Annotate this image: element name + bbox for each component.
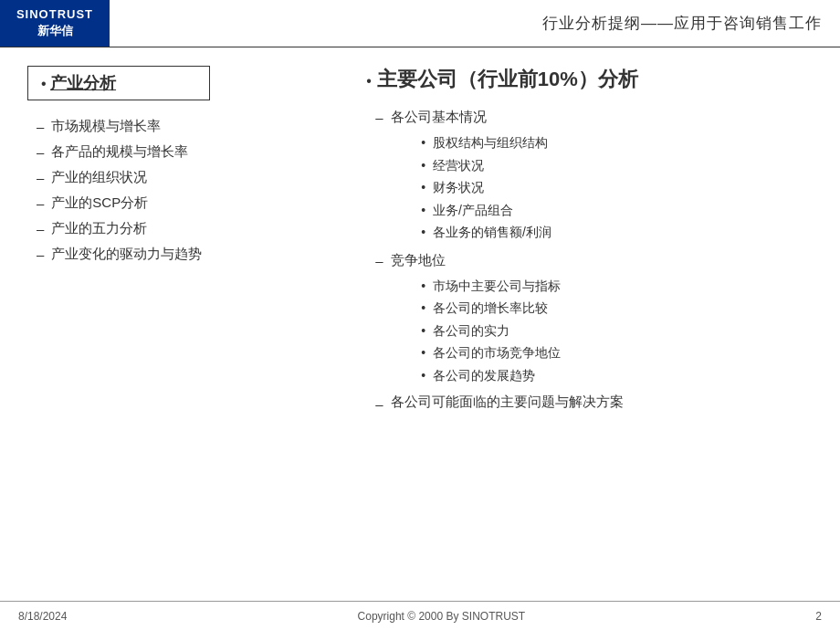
bullet-dot-icon: • (421, 364, 425, 387)
bullet-dot-icon: • (421, 199, 425, 222)
bullet-dot-icon: • (421, 341, 425, 364)
bullet-dot-icon: • (421, 320, 425, 342)
dash-icon: – (37, 165, 44, 190)
dash-icon: – (37, 114, 44, 139)
left-column: • 产业分析 –市场规模与增长率 –各产品的规模与增长率 –产业的组织状况 –产… (27, 66, 357, 577)
list-item: –产业的组织状况 (37, 164, 339, 190)
right-bullet-list-1: •市场中主要公司与指标 •各公司的增长率比较 •各公司的实力 •各公司的市场竞争… (421, 275, 813, 387)
list-item: •财务状况 (421, 176, 813, 199)
right-group-label-1: – 竞争地位 (375, 247, 813, 273)
main-content: • 产业分析 –市场规模与增长率 –各产品的规模与增长率 –产业的组织状况 –产… (0, 47, 840, 586)
list-item: •经营状况 (421, 154, 813, 177)
left-section-title: 产业分析 (50, 74, 116, 92)
right-group-0: – 各公司基本情况 •股权结构与组织结构 •经营状况 •财务状况 •业务/产品组… (375, 104, 813, 244)
right-group-text-1: 竞争地位 (391, 247, 446, 272)
logo-box: SINOTRUST 新华信 (0, 0, 110, 47)
footer-date: 8/18/2024 (18, 610, 67, 623)
dash-icon: – (375, 248, 383, 273)
list-item-text: 各产品的规模与增长率 (51, 139, 188, 163)
list-item-text: 产业的五力分析 (51, 215, 147, 240)
list-item-text: 产业的组织状况 (51, 164, 147, 189)
right-section-title: 主要公司（行业前10%）分析 (377, 66, 638, 93)
left-bullet: • (41, 76, 50, 91)
right-group-1: – 竞争地位 •市场中主要公司与指标 •各公司的增长率比较 •各公司的实力 •各… (375, 247, 813, 387)
dash-icon: – (37, 191, 44, 215)
right-column: • 主要公司（行业前10%）分析 – 各公司基本情况 •股权结构与组织结构 •经… (357, 66, 813, 577)
bullet-dot-icon: • (421, 221, 425, 244)
list-item: •各公司的实力 (421, 320, 813, 342)
right-bullet-list-0: •股权结构与组织结构 •经营状况 •财务状况 •业务/产品组合 •各业务的销售额… (421, 131, 813, 244)
footer-copyright: Copyright © 2000 By SINOTRUST (358, 610, 526, 623)
list-item-text: 产业变化的驱动力与趋势 (51, 241, 202, 266)
dash-icon: – (37, 242, 44, 267)
right-group-label-2: – 各公司可能面临的主要问题与解决方案 (375, 390, 813, 416)
dash-icon: – (375, 105, 383, 130)
right-group-text-2: 各公司可能面临的主要问题与解决方案 (391, 390, 624, 414)
dash-icon: – (375, 392, 383, 416)
bullet-dot-icon: • (421, 275, 425, 298)
header: SINOTRUST 新华信 行业分析提纲——应用于咨询销售工作 (0, 0, 840, 47)
bullet-dot-icon: • (421, 154, 425, 177)
right-bullet-main: • (366, 73, 372, 89)
list-item: •业务/产品组合 (421, 199, 813, 222)
header-title: 行业分析提纲——应用于咨询销售工作 (110, 0, 840, 47)
left-section-header-box: • 产业分析 (27, 66, 210, 100)
footer-page: 2 (815, 610, 822, 623)
list-item: •各业务的销售额/利润 (421, 221, 813, 244)
list-item-text: 产业的SCP分析 (51, 190, 148, 215)
list-item: –各产品的规模与增长率 (37, 139, 339, 164)
right-group-text-0: 各公司基本情况 (391, 104, 487, 129)
list-item: •股权结构与组织结构 (421, 131, 813, 154)
logo-zh: 新华信 (37, 23, 73, 39)
list-item: •各公司的发展趋势 (421, 364, 813, 387)
bullet-dot-icon: • (421, 176, 425, 199)
list-item: •市场中主要公司与指标 (421, 275, 813, 298)
bullet-dot-icon: • (421, 131, 425, 154)
right-group-2: – 各公司可能面临的主要问题与解决方案 (375, 390, 813, 416)
list-item-text: 市场规模与增长率 (51, 113, 161, 138)
right-group-label-0: – 各公司基本情况 (375, 104, 813, 130)
dash-icon: – (37, 140, 44, 164)
right-section-header: • 主要公司（行业前10%）分析 (366, 66, 813, 93)
left-sub-list: –市场规模与增长率 –各产品的规模与增长率 –产业的组织状况 –产业的SCP分析… (37, 113, 339, 267)
list-item: –产业的五力分析 (37, 215, 339, 241)
list-item: •各公司的增长率比较 (421, 297, 813, 320)
dash-icon: – (37, 216, 44, 241)
list-item: –产业变化的驱动力与趋势 (37, 241, 339, 267)
list-item: –市场规模与增长率 (37, 113, 339, 139)
right-sub-list: – 各公司基本情况 •股权结构与组织结构 •经营状况 •财务状况 •业务/产品组… (375, 104, 813, 416)
bullet-dot-icon: • (421, 297, 425, 320)
footer: 8/18/2024 Copyright © 2000 By SINOTRUST … (0, 601, 840, 630)
list-item: –产业的SCP分析 (37, 190, 339, 215)
list-item: •各公司的市场竞争地位 (421, 341, 813, 364)
logo-en: SINOTRUST (16, 7, 93, 21)
